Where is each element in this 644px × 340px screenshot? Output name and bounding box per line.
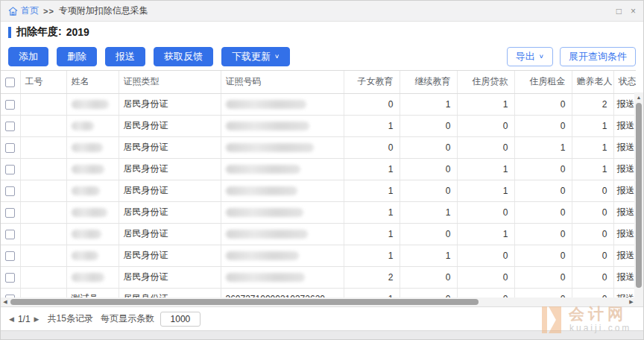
submit-button[interactable]: 报送: [105, 47, 145, 66]
select-all-checkbox[interactable]: [5, 78, 15, 87]
cell-housing-rent: 1: [514, 136, 572, 158]
cell-name: [66, 93, 119, 115]
col-header-cert-no[interactable]: 证照号码: [221, 71, 344, 93]
cell-children-edu: 1: [344, 201, 400, 223]
vertical-scrollbar[interactable]: ▲ ▼: [634, 92, 643, 306]
cell-name: [66, 245, 119, 266]
breadcrumb: 首页 >> 专项附加扣除信息采集 □ ×: [1, 1, 643, 22]
table-row[interactable]: 居民身份证10101报送成功: [1, 158, 636, 180]
per-page-input[interactable]: [160, 312, 201, 327]
cell-housing-rent: 0: [514, 180, 572, 201]
cell-housing-rent: 0: [514, 245, 572, 266]
record-count: 共15条记录: [48, 312, 93, 325]
cell-job-no: [20, 180, 66, 201]
vertical-scrollbar-thumb[interactable]: [636, 103, 642, 288]
col-header-job-no[interactable]: 工号: [20, 71, 66, 93]
table-row[interactable]: 居民身份证10100报送成功: [1, 180, 636, 201]
cell-continuing-edu: 0: [400, 223, 457, 245]
cell-cert-type: 居民身份证: [119, 158, 221, 180]
redacted-cert-no: [226, 208, 303, 217]
add-button[interactable]: 添加: [8, 47, 48, 66]
scroll-left-icon[interactable]: ◀: [1, 298, 10, 306]
table-row[interactable]: 居民身份证00011报送成功: [1, 136, 636, 158]
cell-children-edu: 1: [344, 180, 400, 201]
cell-housing-rent: 0: [514, 288, 572, 298]
row-checkbox[interactable]: [5, 230, 15, 239]
download-update-button[interactable]: 下载更新 ∨: [221, 47, 290, 66]
breadcrumb-home-label: 首页: [21, 4, 39, 17]
cell-housing-rent: 0: [514, 266, 572, 288]
row-checkbox[interactable]: [5, 100, 15, 110]
cell-housing-loan: 0: [457, 115, 514, 136]
maximize-icon[interactable]: □: [616, 7, 622, 16]
row-checkbox[interactable]: [5, 208, 15, 218]
row-checkbox-cell: [1, 245, 20, 266]
cell-job-no: [20, 136, 66, 158]
cell-status: 报送成功: [613, 245, 636, 266]
cell-job-no: [20, 266, 66, 288]
data-table: 工号 姓名 证照类型 证照号码 子女教育 继续教育 住房贷款 住房租金 赡养老人…: [1, 70, 636, 298]
col-header-name[interactable]: 姓名: [66, 71, 119, 93]
scroll-up-icon[interactable]: ▲: [634, 92, 643, 101]
chevron-down-icon: ∨: [539, 53, 544, 60]
row-checkbox[interactable]: [5, 122, 15, 131]
table-row[interactable]: 居民身份证11000报送成功: [1, 201, 636, 223]
cell-cert-no: [221, 201, 344, 223]
expand-query-button[interactable]: 展开查询条件: [560, 47, 636, 66]
horizontal-scrollbar-thumb[interactable]: [10, 299, 479, 305]
table-row[interactable]: 居民身份证20000报送成功: [1, 266, 636, 288]
cell-name: [66, 266, 119, 288]
cell-housing-loan: 1: [457, 223, 514, 245]
next-page-icon[interactable]: ▶: [32, 315, 42, 323]
row-checkbox[interactable]: [5, 186, 15, 196]
cell-name: [66, 223, 119, 245]
row-checkbox[interactable]: [5, 273, 15, 283]
table-row[interactable]: 居民身份证11000报送成功: [1, 245, 636, 266]
page-indicator: 1/1: [18, 314, 31, 324]
col-header-housing-rent[interactable]: 住房租金: [514, 71, 572, 93]
redacted-name: [72, 251, 98, 260]
cell-cert-no: [221, 93, 344, 115]
col-header-cert-type[interactable]: 证照类型: [119, 71, 221, 93]
delete-button[interactable]: 删除: [57, 47, 97, 66]
table-row[interactable]: 居民身份证01102报送成功: [1, 93, 636, 115]
prev-page-icon[interactable]: ◀: [7, 315, 16, 323]
redacted-cert-no: [226, 143, 314, 152]
breadcrumb-home-link[interactable]: 首页: [8, 4, 39, 17]
cell-housing-loan: 0: [457, 245, 514, 266]
pagination-bar: ◀ 1/1 ▶ 共15条记录 每页显示条数: [1, 306, 643, 330]
table-row-partial[interactable]: 测试员居民身份证3607371000031037262010000报送成功: [1, 288, 636, 298]
cell-status: 报送成功: [613, 115, 636, 136]
row-checkbox[interactable]: [5, 165, 15, 174]
cell-cert-type: 居民身份证: [119, 136, 221, 158]
row-checkbox-cell: [1, 266, 20, 288]
get-feedback-button[interactable]: 获取反馈: [154, 47, 213, 66]
cell-job-no: [20, 158, 66, 180]
col-header-continuing-edu[interactable]: 继续教育: [400, 71, 457, 93]
cell-job-no: [20, 115, 66, 136]
cell-elderly-support: 2: [572, 93, 613, 115]
cell-elderly-support: 0: [572, 180, 613, 201]
redacted-name: [72, 273, 104, 282]
horizontal-scrollbar[interactable]: ◀ ▶: [1, 298, 636, 306]
cell-continuing-edu: 0: [400, 288, 457, 298]
cell-housing-loan: 1: [457, 180, 514, 201]
table-row[interactable]: 居民身份证10100报送成功: [1, 223, 636, 245]
title-bar: 扣除年度: 2019: [1, 22, 643, 42]
col-header-status[interactable]: 状态: [613, 71, 636, 93]
col-header-children-edu[interactable]: 子女教育: [344, 71, 400, 93]
cell-children-edu: 1: [344, 288, 400, 298]
export-button[interactable]: 导出 ∨: [507, 47, 553, 66]
cell-housing-rent: 0: [514, 201, 572, 223]
row-checkbox[interactable]: [5, 143, 15, 153]
row-checkbox[interactable]: [5, 251, 15, 261]
col-header-elderly-support[interactable]: 赡养老人: [572, 71, 613, 93]
table-row[interactable]: 居民身份证10001报送成功: [1, 115, 636, 136]
close-icon[interactable]: ×: [631, 7, 636, 16]
cell-housing-loan: 0: [457, 288, 514, 298]
col-header-housing-loan[interactable]: 住房贷款: [457, 71, 514, 93]
redacted-cert-no: [226, 251, 299, 260]
cell-housing-loan: 0: [457, 201, 514, 223]
deduction-year: 2019: [66, 26, 89, 38]
cell-job-no: [20, 288, 66, 298]
